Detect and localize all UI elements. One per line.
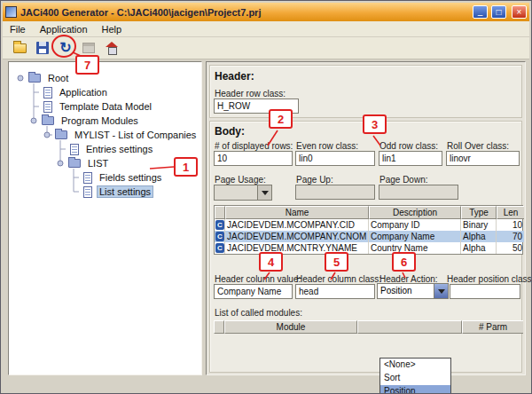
cell-name: JACIDEVDEM.MCOMPANY.CID	[225, 219, 369, 231]
header-group-title: Header:	[215, 70, 254, 83]
home-button[interactable]	[102, 38, 121, 58]
disabled-grid-icon	[82, 43, 95, 53]
maximize-icon: □	[496, 8, 501, 17]
tree-item-application[interactable]: Application	[9, 85, 201, 99]
table-row[interactable]: C JACIDEVDEM.MCOMPANY.CID Company ID Bin…	[215, 219, 522, 231]
page-usage-combo	[214, 185, 272, 201]
combo-arrow-icon[interactable]	[434, 284, 448, 298]
header-group: Header: Header row class:	[209, 65, 522, 118]
folder-icon	[68, 159, 81, 168]
document-icon	[43, 101, 52, 113]
menu-application[interactable]: Application	[33, 22, 95, 36]
header-action-combo[interactable]: Position	[377, 283, 449, 299]
project-tree: Root Application Template Data Model Pro…	[8, 61, 202, 375]
cell-name: JACIDEVDEM.MCOMPANY.CNOM	[225, 231, 369, 242]
tree-item-label: LIST	[85, 157, 111, 169]
callout-6: 6	[392, 252, 416, 272]
fields-table-header: Name Description Type Len	[215, 206, 522, 219]
header-row-class-label: Header row class:	[215, 89, 286, 98]
header-column-value-input[interactable]	[214, 284, 293, 299]
callout-4: 4	[259, 252, 283, 272]
tree-item-label: Root	[45, 72, 71, 84]
tree-item-entries-settings[interactable]: Entries settings	[9, 142, 201, 156]
titlebar[interactable]: JACi400 Generator - C:\JACi400\jacigen\P…	[3, 3, 529, 21]
len-column-header[interactable]: Len	[497, 206, 524, 219]
page-usage-label: Page Usage:	[215, 175, 266, 185]
combo-arrow-icon	[257, 185, 271, 200]
modules-table-header: Module # Parm	[214, 320, 523, 334]
cell-description: Company Name	[369, 231, 461, 242]
cell-type: Alpha	[461, 231, 497, 242]
refresh-icon: ↻	[59, 41, 71, 55]
cell-description: Company ID	[369, 219, 461, 231]
body-group-title: Body:	[215, 125, 245, 138]
callout-7: 7	[75, 55, 99, 75]
dropdown-option-position[interactable]: Position	[380, 385, 450, 394]
window-title: JACi400 Generator - C:\JACi400\jacigen\P…	[20, 7, 469, 18]
folder-icon	[42, 116, 54, 125]
header-action-dropdown: <None> Sort Position	[379, 358, 451, 394]
type-column-header[interactable]: Type	[461, 206, 497, 219]
icon-column-header[interactable]	[214, 320, 224, 334]
document-icon	[70, 144, 79, 155]
rollover-class-input[interactable]	[446, 151, 520, 166]
cell-type: Binary	[461, 219, 497, 231]
tree-item-label: Application	[57, 86, 110, 98]
settings-panel: Header: Header row class: Body: # of dis…	[206, 61, 526, 375]
menu-file[interactable]: File	[3, 22, 33, 36]
cell-type: Alpha	[461, 242, 497, 254]
tree-item-list-settings[interactable]: List settings	[9, 185, 201, 199]
fields-table: Name Description Type Len C JACIDEVDEM.M…	[214, 205, 523, 255]
open-project-button[interactable]	[10, 38, 29, 58]
menu-help[interactable]: Help	[95, 22, 129, 36]
tree-item-list[interactable]: LIST	[9, 156, 201, 170]
tree-item-template-data-model[interactable]: Template Data Model	[9, 99, 201, 114]
maximize-button[interactable]: □	[491, 5, 506, 19]
menubar: File Application Help	[3, 21, 529, 37]
open-folder-icon	[13, 43, 27, 53]
rollover-class-label: Roll Over class:	[447, 141, 509, 151]
close-icon: ×	[517, 8, 522, 17]
name-column-header[interactable]: Name	[225, 206, 369, 219]
page-usage-value	[215, 185, 257, 200]
minimize-button[interactable]: –	[473, 5, 488, 19]
tree-item-mylist[interactable]: MYLIST - List of Companies	[9, 128, 201, 142]
cell-len: 70	[497, 231, 524, 242]
header-column-class-label: Header column class:	[296, 274, 381, 284]
displayed-rows-input[interactable]	[214, 151, 293, 166]
close-button[interactable]: ×	[512, 5, 527, 19]
cell-len: 50	[497, 242, 524, 254]
cell-len: 10	[497, 219, 524, 231]
odd-row-class-label: Odd row class:	[379, 141, 438, 151]
tree-item-label: Fields settings	[97, 171, 164, 184]
even-row-class-label: Even row class:	[296, 141, 358, 151]
document-icon	[83, 186, 92, 198]
refresh-button[interactable]: ↻	[56, 38, 75, 58]
save-button[interactable]	[33, 38, 52, 58]
header-column-class-input[interactable]	[295, 284, 375, 299]
tree-item-program-modules[interactable]: Program Modules	[9, 114, 201, 128]
dropdown-option-none[interactable]: <None>	[380, 359, 450, 372]
column-type-icon: C	[215, 243, 224, 253]
icon-column-header[interactable]	[215, 206, 225, 219]
header-position-class-input[interactable]	[450, 284, 520, 299]
page-up-input	[295, 185, 375, 200]
callout-2: 2	[269, 109, 293, 129]
parm-column-header[interactable]: # Parm	[462, 320, 523, 334]
document-icon	[43, 87, 52, 98]
odd-row-class-input[interactable]	[379, 151, 442, 166]
tree-item-label: Template Data Model	[57, 100, 154, 113]
blank-column-header[interactable]	[357, 320, 462, 334]
app-window: JACi400 Generator - C:\JACi400\jacigen\P…	[0, 0, 532, 394]
page-down-input	[379, 185, 458, 200]
even-row-class-input[interactable]	[295, 151, 375, 166]
app-icon	[5, 6, 17, 18]
module-column-header[interactable]: Module	[224, 320, 357, 334]
tree-item-fields-settings[interactable]: Fields settings	[9, 170, 201, 185]
page-down-label: Page Down:	[379, 175, 427, 185]
tree-item-label-selected: List settings	[97, 185, 153, 198]
table-row-selected[interactable]: C JACIDEVDEM.MCOMPANY.CNOM Company Name …	[215, 231, 522, 242]
tree-item-root[interactable]: Root	[9, 71, 201, 85]
dropdown-option-sort[interactable]: Sort	[380, 372, 450, 385]
description-column-header[interactable]: Description	[369, 206, 461, 219]
